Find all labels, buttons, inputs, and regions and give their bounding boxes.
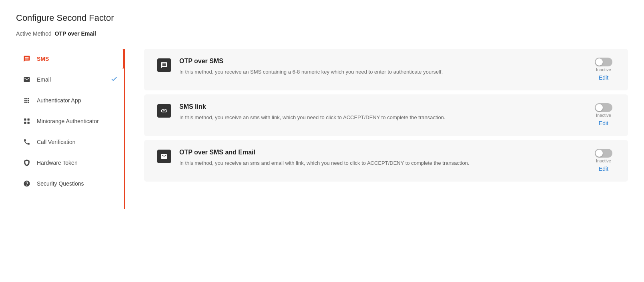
sidebar-item-label: Call Verification xyxy=(37,139,76,145)
sidebar-item-label: Hardware Token xyxy=(37,160,78,166)
email2-card-icon xyxy=(157,150,171,163)
card-description: In this method, you receive an sms and e… xyxy=(179,159,581,167)
sidebar: SMSEmailAuthenticator AppMiniorange Auth… xyxy=(16,49,124,209)
cards-area: OTP over SMSIn this method, you receive … xyxy=(144,49,628,209)
sidebar-item-hardware-token[interactable]: Hardware Token xyxy=(16,153,124,173)
toggle-label: Inactive xyxy=(596,67,611,72)
main-content: SMSEmailAuthenticator AppMiniorange Auth… xyxy=(16,49,628,209)
svg-rect-0 xyxy=(24,118,26,120)
card-description: In this method, you receive an SMS conta… xyxy=(179,68,581,76)
card-title: SMS link xyxy=(179,103,581,110)
sidebar-item-label: Security Questions xyxy=(37,180,84,187)
sidebar-item-sms[interactable]: SMS xyxy=(16,49,124,69)
sidebar-item-miniorange-authenticator[interactable]: Miniorange Authenticator xyxy=(16,111,124,131)
svg-rect-2 xyxy=(24,122,26,124)
sms-icon xyxy=(22,54,31,63)
sidebar-item-label: SMS xyxy=(37,56,49,62)
svg-rect-1 xyxy=(28,118,30,120)
sidebar-item-authenticator-app[interactable]: Authenticator App xyxy=(16,90,124,110)
active-method-label: Active Method xyxy=(16,30,52,37)
sidebar-item-call-verification[interactable]: Call Verification xyxy=(16,132,124,152)
sidebar-item-security-questions[interactable]: Security Questions xyxy=(16,174,124,194)
card-actions: InactiveEdit xyxy=(581,58,617,82)
hardware-icon xyxy=(22,158,31,167)
toggle-wrapper: Inactive xyxy=(595,58,612,72)
toggle-label: Inactive xyxy=(596,113,611,118)
card-body: OTP over SMSIn this method, you receive … xyxy=(173,58,581,76)
sidebar-item-email[interactable]: Email xyxy=(16,70,124,90)
method-card-sms-link: SMS linkIn this method, you receive an s… xyxy=(144,94,628,136)
sidebar-item-label: Authenticator App xyxy=(37,97,81,104)
card-description: In this method, you receive an sms with … xyxy=(179,114,581,122)
toggle-sms-link[interactable] xyxy=(595,103,612,112)
method-card-otp-over-sms: OTP over SMSIn this method, you receive … xyxy=(144,49,628,90)
card-body: SMS linkIn this method, you receive an s… xyxy=(173,103,581,122)
sidebar-item-label: Miniorange Authenticator xyxy=(37,118,99,124)
card-actions: InactiveEdit xyxy=(581,149,617,173)
link-card-icon xyxy=(157,104,171,118)
active-method-value: OTP over Email xyxy=(55,30,96,37)
toggle-otp-over-sms-and-email[interactable] xyxy=(595,149,612,158)
checkmark-icon xyxy=(110,75,118,84)
card-icon-area xyxy=(155,103,173,118)
card-actions: InactiveEdit xyxy=(581,103,617,127)
card-title: OTP over SMS and Email xyxy=(179,149,581,156)
card-title: OTP over SMS xyxy=(179,58,581,65)
page-wrapper: Configure Second Factor Active Method OT… xyxy=(0,0,644,282)
question-icon xyxy=(22,179,31,188)
svg-rect-3 xyxy=(28,122,30,124)
active-method-row: Active Method OTP over Email xyxy=(16,30,628,37)
toggle-otp-over-sms[interactable] xyxy=(595,58,612,66)
edit-button-sms-link[interactable]: Edit xyxy=(597,119,610,127)
sidebar-item-label: Email xyxy=(37,76,51,83)
chat-card-icon xyxy=(157,58,171,72)
method-card-otp-over-sms-and-email: OTP over SMS and EmailIn this method, yo… xyxy=(144,140,628,182)
grid-icon xyxy=(22,96,31,105)
phone-icon xyxy=(22,138,31,146)
card-body: OTP over SMS and EmailIn this method, yo… xyxy=(173,149,581,167)
toggle-wrapper: Inactive xyxy=(595,149,612,163)
card-icon-area xyxy=(155,149,173,163)
grid2-icon xyxy=(22,117,31,126)
sidebar-divider xyxy=(124,49,125,209)
edit-button-otp-over-sms-and-email[interactable]: Edit xyxy=(597,165,610,173)
toggle-label: Inactive xyxy=(596,158,611,163)
email-icon xyxy=(22,75,31,84)
toggle-wrapper: Inactive xyxy=(595,103,612,118)
page-title: Configure Second Factor xyxy=(16,13,628,23)
card-icon-area xyxy=(155,58,173,72)
edit-button-otp-over-sms[interactable]: Edit xyxy=(597,74,610,82)
